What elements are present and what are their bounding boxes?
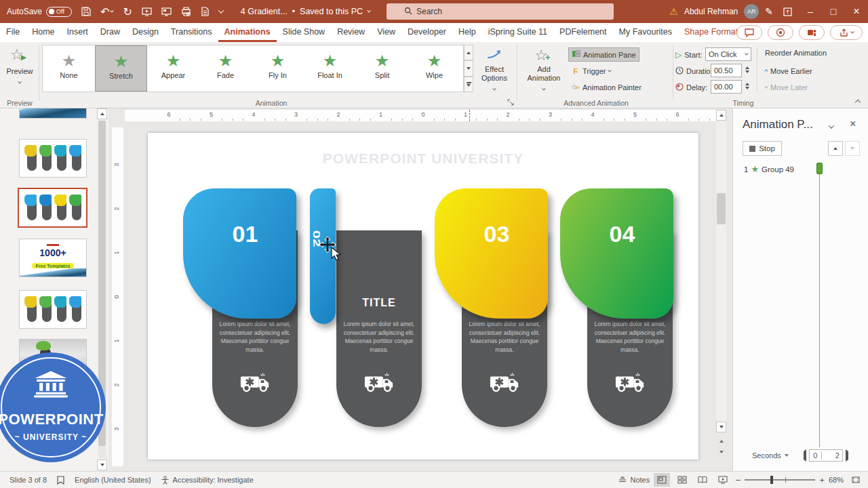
close-button[interactable]: × [845,0,868,23]
card-4-leaf-shape[interactable]: 04 [560,188,673,319]
slide-canvas[interactable]: POWERPOINT UNIVERSITY 01 TITLE Lorem ips… [148,133,698,460]
pane-options-icon[interactable] [829,122,833,130]
animation-stretch[interactable]: ★Stretch [95,45,147,92]
timeline-zoom-out[interactable] [804,451,806,460]
record-button[interactable] [768,25,793,40]
next-slide-button[interactable] [717,447,726,457]
move-later-button[interactable]: Move Later [762,80,810,94]
slide-sorter-view-button[interactable] [674,473,690,487]
slide-thumbnail-4[interactable]: 1000+Free Templates [19,239,87,277]
animation-split[interactable]: ★Split [356,45,408,92]
comments-button[interactable] [736,25,762,40]
tab-design[interactable]: Design [126,23,165,42]
animation-timeline-bar[interactable] [816,163,823,174]
animation-float-in[interactable]: ★Float In [304,45,356,92]
slide-thumbnail-5[interactable] [19,290,87,329]
zoom-slider-thumb[interactable] [770,476,773,484]
previous-slide-button[interactable] [717,436,726,446]
add-animation-button[interactable]: ☆+ Add Animation [522,45,566,96]
tab-help[interactable]: Help [452,23,482,42]
timeline-zoom-in[interactable] [846,451,848,460]
user-name[interactable]: Abdul Rehman [684,7,738,16]
restore-button[interactable]: □ [822,0,845,23]
animation-none[interactable]: ★None [43,45,95,92]
redo-icon[interactable]: ↻ [123,5,132,18]
zoom-level[interactable]: 68% [829,476,844,484]
qat-customize-icon[interactable] [219,9,223,14]
reading-view-button[interactable] [694,473,711,487]
canvas-scroll-down[interactable] [716,422,726,432]
slideshow-view-button[interactable] [715,473,731,487]
undo-icon[interactable]: ↶ [100,5,113,18]
zoom-slider[interactable] [745,479,815,481]
gallery-scroll-up[interactable] [464,45,473,60]
search-input[interactable]: Search [387,3,614,20]
move-item-down-button[interactable] [845,141,860,156]
ribbon-display-icon[interactable] [776,0,799,23]
save-icon[interactable] [81,7,91,16]
tab-ispring-suite-11[interactable]: iSpring Suite 11 [482,23,553,42]
dialog-launcher-icon[interactable] [507,99,514,107]
tab-pdfelement[interactable]: PDFelement [553,23,612,42]
animation-fly-in[interactable]: ★Fly In [252,45,304,92]
delay-spinner[interactable] [745,83,749,89]
tab-shape-format[interactable]: Shape Format [678,23,744,42]
tab-transitions[interactable]: Transitions [165,23,218,42]
tab-view[interactable]: View [371,23,401,42]
move-earlier-button[interactable]: Move Earlier [762,64,815,78]
zoom-in-button[interactable]: + [819,475,825,485]
collapse-ribbon-icon[interactable] [856,98,860,106]
seconds-dropdown[interactable]: Seconds [752,451,789,460]
accessibility-status[interactable]: Accessibility: Investigate [173,476,254,484]
share-button[interactable] [830,25,863,40]
slide-thumbnail-1[interactable] [19,108,87,119]
duration-input[interactable]: 00.50 [711,64,742,77]
zoom-out-button[interactable]: − [735,474,741,485]
teams-button[interactable] [799,25,825,40]
animation-pane-button[interactable]: Animation Pane [568,47,639,62]
thumb-scroll-down[interactable] [97,460,107,470]
book-icon[interactable] [56,476,65,485]
move-item-up-button[interactable] [828,141,843,156]
minimize-button[interactable]: – [799,0,822,23]
inking-icon[interactable]: ✎ [765,6,773,17]
gallery-expand-button[interactable] [464,77,473,92]
animation-appear[interactable]: ★Appear [147,45,199,92]
tab-my-favourites[interactable]: My Favourites [613,23,679,42]
canvas-scrollbar[interactable] [716,108,726,471]
start-dropdown[interactable]: On Click [705,47,751,61]
tab-developer[interactable]: Developer [401,23,452,42]
delay-input[interactable]: 00.00 [711,80,742,94]
avatar[interactable]: AR [744,4,759,19]
card-3-leaf-shape[interactable]: 03 [435,188,548,319]
card-1-leaf-shape[interactable]: 01 [183,188,296,319]
duration-spinner[interactable] [745,66,749,73]
autosave-control[interactable]: AutoSave Off [7,7,72,17]
notes-button[interactable]: Notes [618,476,650,485]
animation-painter-button[interactable]: ☆✏ Animation Painter [568,80,644,94]
start-slideshow-icon[interactable] [142,7,152,16]
fit-slide-to-window-button[interactable] [848,473,864,487]
card-2-body[interactable]: TITLE Lorem ipsum dolor sit amet, consec… [336,230,422,427]
autosave-toggle[interactable]: Off [46,7,72,17]
stop-button[interactable]: Stop [743,141,782,156]
print-preview-icon[interactable] [181,7,191,16]
tab-animations[interactable]: Animations [218,23,277,42]
accessibility-icon[interactable] [161,476,170,485]
canvas-scroll-thumb[interactable] [717,193,726,224]
animation-wipe[interactable]: ★Wipe [408,45,460,92]
trigger-button[interactable]: Ϝ Trigger [568,64,614,78]
tab-file[interactable]: File [0,23,26,42]
tab-home[interactable]: Home [26,23,60,42]
gallery-scroll-down[interactable] [464,60,473,76]
slide-thumbnail-2[interactable] [19,139,87,178]
tab-draw[interactable]: Draw [94,23,126,42]
normal-view-button[interactable] [654,473,670,487]
tab-slide-show[interactable]: Slide Show [277,23,332,42]
animation-item-group-49[interactable]: 1 ★ Group 49 [744,164,794,174]
thumb-scroll-up[interactable] [97,108,107,119]
language-indicator[interactable]: English (United States) [75,476,151,484]
tab-insert[interactable]: Insert [61,23,94,42]
tab-review[interactable]: Review [331,23,371,42]
slide-thumbnail-3[interactable] [18,188,87,228]
